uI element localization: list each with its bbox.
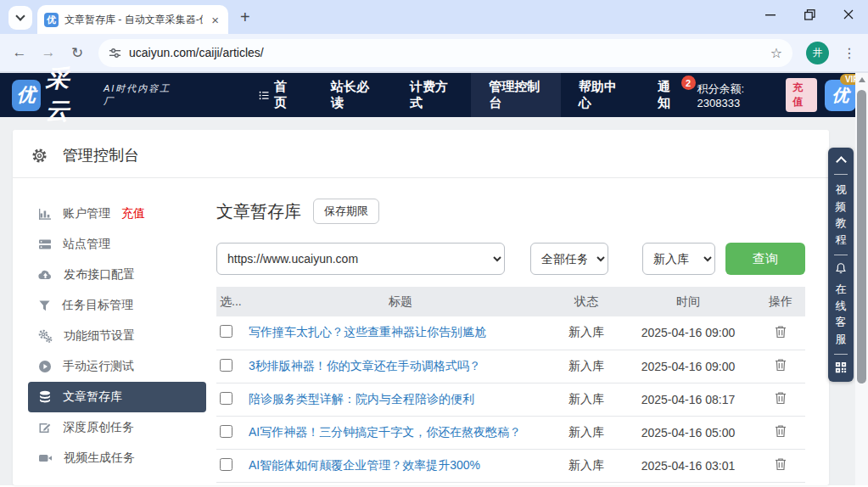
delete-button[interactable]: [773, 423, 788, 442]
task-select[interactable]: 全部任务: [530, 243, 608, 275]
minimize-button[interactable]: [751, 0, 790, 29]
article-title-link[interactable]: AI智能体如何颠覆企业管理？效率提升300%: [249, 458, 480, 472]
article-time: 2025-04-16 09:00: [620, 316, 756, 350]
qr-code-icon[interactable]: [835, 361, 847, 373]
sidebar-item-account[interactable]: 账户管理 充值: [28, 199, 206, 229]
video-tutorial-link[interactable]: 视频教程: [835, 182, 847, 248]
filter-bar: https://www.ucaiyun.com 全部任务 新入库 查询: [216, 243, 805, 275]
save-period-button[interactable]: 保存期限: [313, 199, 379, 224]
scrollbar-thumb[interactable]: [857, 90, 866, 383]
menu-item-home[interactable]: 首页: [241, 73, 313, 117]
row-checkbox[interactable]: [220, 458, 232, 471]
sidebar-item-label: 文章暂存库: [63, 389, 122, 405]
bell-icon[interactable]: [835, 262, 847, 274]
gear-icon: [31, 148, 48, 164]
back-button[interactable]: ←: [7, 40, 32, 65]
header-title: 标题: [249, 287, 552, 316]
new-tab-button[interactable]: +: [240, 8, 250, 27]
table-body: 写作撞车太扎心？这些查重神器让你告别尴尬 新入库 2025-04-16 09:0…: [216, 316, 805, 482]
section-title: 文章暂存库: [216, 200, 301, 223]
divider: [834, 354, 848, 355]
sidebar-item-task-targets[interactable]: 任务目标管理: [28, 290, 206, 321]
bar-chart-icon: [38, 207, 52, 221]
site-select[interactable]: https://www.ucaiyun.com: [216, 243, 505, 275]
online-support-link[interactable]: 在线客服: [835, 281, 847, 347]
menu-item-webmaster-guide[interactable]: 站长必读: [313, 73, 392, 117]
main-content: 文章暂存库 保存期限 https://www.ucaiyun.com 全部任务 …: [206, 199, 829, 483]
row-checkbox[interactable]: [220, 425, 232, 438]
close-button[interactable]: [829, 0, 868, 29]
user-avatar[interactable]: 优 VIP: [825, 80, 856, 111]
table-row: 3秒排版神器！你的文章还在手动调格式吗？ 新入库 2025-04-16 09:0…: [216, 350, 805, 383]
header-select: 选...: [216, 287, 249, 316]
navbar-right: 积分余额: 2308333 充值 优 VIP: [697, 78, 856, 112]
browser-tab[interactable]: 优 文章暂存库 - 自动文章采集器-优采云 ×: [37, 5, 228, 34]
sidebar-item-sites[interactable]: 站点管理: [28, 229, 206, 260]
table-row: 写作撞车太扎心？这些查重神器让你告别尴尬 新入库 2025-04-16 09:0…: [216, 316, 805, 350]
status-select[interactable]: 新入库: [642, 243, 715, 275]
restore-button[interactable]: [790, 0, 829, 29]
site-logo[interactable]: 优 采云 AI时代内容工厂: [12, 63, 175, 127]
funnel-icon: [38, 299, 51, 312]
browser-menu-icon[interactable]: ⋮: [837, 45, 861, 61]
sidebar-item-feature-settings[interactable]: 功能细节设置: [28, 321, 206, 351]
reload-button[interactable]: ↻: [64, 40, 90, 65]
menu-item-pricing[interactable]: 计费方式: [392, 73, 471, 117]
menu-item-help-center[interactable]: 帮助中心: [561, 73, 640, 117]
query-button[interactable]: 查询: [725, 243, 805, 275]
forward-button[interactable]: →: [36, 40, 61, 65]
article-status: 新入库: [552, 383, 620, 416]
bookmark-star-icon[interactable]: ☆: [770, 45, 782, 61]
divider: [834, 174, 848, 175]
scroll-up-arrow[interactable]: [859, 77, 865, 82]
delete-button[interactable]: [773, 389, 788, 409]
sidebar-item-label: 发布接口配置: [64, 267, 135, 283]
list-icon: [259, 89, 269, 102]
trash-icon: [775, 457, 787, 471]
article-time: 2025-04-16 03:01: [620, 449, 756, 482]
article-title-link[interactable]: AI写作神器！三分钟搞定千字文，你还在熬夜憋稿？: [249, 425, 521, 439]
menu-item-admin-console[interactable]: 管理控制台: [471, 73, 561, 117]
page-scrollbar[interactable]: [855, 73, 868, 485]
header-time: 时间: [620, 287, 756, 316]
edit-icon: [38, 421, 52, 434]
table-row: AI智能体如何颠覆企业管理？效率提升300% 新入库 2025-04-16 03…: [216, 449, 805, 482]
tab-search-button[interactable]: [8, 6, 32, 30]
row-checkbox[interactable]: [220, 392, 232, 405]
sidebar-item-article-storage[interactable]: 文章暂存库: [28, 382, 206, 412]
menu-item-notifications[interactable]: 通知 2: [640, 73, 697, 117]
sidebar-item-label: 深度原创任务: [63, 420, 134, 435]
profile-avatar[interactable]: 井: [806, 42, 829, 64]
trash-icon: [775, 424, 787, 438]
article-title-link[interactable]: 陪诊服务类型详解：院内与全程陪诊的便利: [249, 392, 474, 406]
sidebar-item-label: 账户管理: [63, 206, 110, 221]
menu-label: 站长必读: [331, 79, 374, 111]
menu-label: 首页: [274, 79, 295, 111]
delete-button[interactable]: [773, 323, 788, 343]
sidebar-item-publish-api[interactable]: 发布接口配置: [28, 260, 206, 290]
tab-close-icon[interactable]: ×: [209, 13, 221, 27]
sidebar-item-video-tasks[interactable]: 视频生成任务: [28, 443, 206, 473]
page-title: 管理控制台: [63, 145, 139, 165]
site-settings-icon[interactable]: [109, 47, 121, 59]
article-title-link[interactable]: 写作撞车太扎心？这些查重神器让你告别尴尬: [249, 325, 486, 339]
scroll-top-button[interactable]: [836, 156, 847, 167]
sidebar-item-manual-test[interactable]: 手动运行测试: [28, 351, 206, 382]
console-header: 管理控制台: [13, 130, 829, 178]
sidebar-recharge-link[interactable]: 充值: [121, 206, 145, 221]
trash-icon: [775, 325, 787, 339]
article-status: 新入库: [552, 449, 620, 482]
header-action: 操作: [756, 287, 805, 316]
row-checkbox[interactable]: [220, 325, 232, 338]
article-title-link[interactable]: 3秒排版神器！你的文章还在手动调格式吗？: [249, 359, 481, 372]
menu-label: 帮助中心: [579, 79, 622, 111]
row-checkbox[interactable]: [220, 359, 232, 372]
recharge-button[interactable]: 充值: [786, 78, 817, 112]
sidebar-item-original-tasks[interactable]: 深度原创任务: [28, 412, 206, 443]
divider: [834, 255, 848, 255]
delete-button[interactable]: [773, 356, 788, 376]
address-bar[interactable]: ucaiyun.com/caiji/articles/ ☆: [98, 39, 792, 67]
article-time: 2025-04-16 05:00: [620, 416, 756, 449]
url-text[interactable]: ucaiyun.com/caiji/articles/: [129, 46, 763, 59]
delete-button[interactable]: [773, 456, 788, 475]
